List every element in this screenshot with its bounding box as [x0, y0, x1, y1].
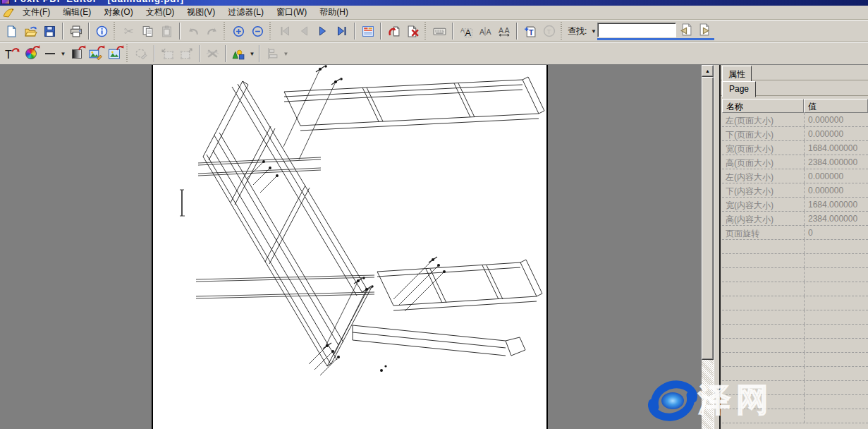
find-prev-button[interactable] — [676, 22, 695, 40]
insert-shape-button[interactable] — [229, 44, 248, 63]
copy-button[interactable] — [138, 22, 157, 40]
redo-button[interactable] — [202, 22, 221, 40]
align-icon — [267, 48, 279, 59]
insert-shape-dropdown[interactable]: ▼ — [248, 45, 256, 62]
property-value[interactable]: 0.000000 — [804, 183, 868, 197]
delete-page-button[interactable] — [403, 22, 422, 40]
column-header-name[interactable]: 名称 — [722, 99, 804, 113]
property-row[interactable]: 页面旋转0 — [722, 226, 868, 240]
scroll-up-button[interactable]: ▲ — [702, 65, 714, 77]
menu-help[interactable]: 帮助(H) — [313, 5, 355, 20]
ungroup-button[interactable] — [177, 44, 196, 63]
vertical-scrollbar[interactable]: ▲ — [702, 65, 714, 429]
keyboard-button[interactable] — [430, 22, 449, 40]
property-value[interactable]: 1684.000000 — [804, 198, 868, 211]
toolbar-gripper[interactable] — [113, 22, 116, 40]
cut-button[interactable]: ✂ — [119, 22, 138, 40]
pdf-page[interactable] — [152, 65, 548, 429]
print-button[interactable] — [66, 22, 85, 40]
toolbar-gripper[interactable] — [560, 22, 563, 40]
property-row[interactable]: 宽(页面大小)1684.000000 — [722, 141, 868, 155]
char-spacing-button[interactable]: AA — [494, 22, 513, 40]
first-page-icon — [279, 26, 291, 36]
edit-text-button[interactable]: T — [2, 44, 21, 63]
menu-file[interactable]: 文件(F) — [16, 5, 56, 20]
toolbar-gripper[interactable] — [223, 22, 226, 40]
first-page-button[interactable] — [275, 22, 294, 40]
property-row[interactable]: 左(页面大小)0.000000 — [722, 113, 868, 127]
property-value[interactable]: 1684.000000 — [804, 141, 868, 155]
main-toolbar: ✂ AA AA AA T T 查找: ▼ — [0, 20, 868, 42]
last-page-button[interactable] — [332, 22, 351, 40]
find-history-dropdown[interactable]: ▼ — [589, 23, 597, 40]
line-style-button[interactable] — [40, 44, 59, 63]
empty-row — [722, 296, 868, 310]
document-canvas[interactable] — [0, 65, 702, 429]
circled-t-icon: T — [543, 25, 556, 37]
property-name: 页面旋转 — [722, 226, 804, 239]
menu-filter[interactable]: 过滤器(L) — [221, 5, 270, 20]
property-value[interactable]: 0 — [804, 226, 868, 239]
property-row[interactable]: 高(内容大小)2384.000000 — [722, 212, 868, 226]
save-button[interactable] — [40, 22, 59, 40]
property-row[interactable]: 高(页面大小)2384.000000 — [722, 155, 868, 169]
toolbar-gripper[interactable] — [269, 22, 271, 40]
find-next-icon — [698, 23, 711, 37]
property-value[interactable]: 2384.000000 — [804, 155, 868, 169]
group-button[interactable] — [158, 44, 177, 63]
application-window: Foxit PDF Editor - [danhuang.pdf] 文件(F) … — [0, 0, 868, 429]
new-button[interactable] — [2, 22, 21, 40]
kerning-button[interactable]: AA — [475, 22, 494, 40]
panel-splitter[interactable] — [714, 65, 721, 429]
watermark-logo-icon — [646, 375, 699, 426]
menu-edit[interactable]: 编辑(E) — [56, 5, 97, 20]
property-row[interactable]: 下(内容大小)0.000000 — [722, 183, 868, 198]
delete-object-button[interactable] — [203, 44, 222, 63]
menu-object[interactable]: 对象(O) — [97, 5, 139, 20]
rotate-page-button[interactable] — [384, 22, 403, 40]
toolbar-separator — [88, 23, 90, 40]
open-button[interactable] — [21, 22, 40, 40]
text-circle-button[interactable]: T — [539, 22, 558, 40]
property-row[interactable]: 左(内容大小)0.000000 — [722, 169, 868, 183]
replace-image-button[interactable] — [105, 44, 124, 63]
property-name: 下(内容大小) — [722, 183, 804, 197]
tab-page[interactable]: Page — [722, 81, 756, 97]
menu-document[interactable]: 文档(D) — [140, 5, 181, 20]
find-input[interactable] — [597, 23, 676, 37]
last-page-icon — [336, 26, 348, 36]
fill-color-button[interactable] — [21, 44, 40, 63]
clipboard-icon — [161, 25, 173, 37]
property-value[interactable]: 0.000000 — [804, 113, 868, 126]
lasso-select-button[interactable] — [132, 44, 151, 63]
scrollbar-thumb[interactable] — [702, 77, 714, 360]
paste-button[interactable] — [157, 22, 176, 40]
page-properties-button[interactable] — [358, 22, 377, 40]
next-page-button[interactable] — [313, 22, 332, 40]
column-header-value[interactable]: 值 — [804, 99, 868, 113]
zoom-in-button[interactable] — [229, 22, 248, 40]
find-next-button[interactable] — [695, 22, 714, 40]
undo-button[interactable] — [183, 22, 202, 40]
align-button[interactable] — [263, 44, 282, 63]
property-row[interactable]: 下(页面大小)0.000000 — [722, 127, 868, 141]
zoom-out-button[interactable] — [248, 22, 267, 40]
menu-view[interactable]: 视图(V) — [181, 5, 221, 20]
toolbar-separator — [154, 45, 155, 62]
toolbar-gripper[interactable] — [126, 44, 128, 63]
property-value[interactable]: 0.000000 — [804, 127, 868, 140]
property-value[interactable]: 2384.000000 — [804, 212, 868, 225]
shading-button[interactable] — [67, 44, 86, 63]
line-style-dropdown[interactable]: ▼ — [59, 45, 67, 62]
property-value[interactable]: 0.000000 — [804, 169, 868, 183]
document-icon[interactable] — [2, 7, 15, 18]
font-button[interactable]: AA — [456, 22, 475, 40]
menu-window[interactable]: 窗口(W) — [270, 5, 313, 20]
edit-image-button[interactable] — [86, 44, 105, 63]
info-button[interactable] — [92, 22, 111, 40]
toolbar-gripper[interactable] — [424, 22, 427, 40]
add-text-button[interactable]: T — [520, 22, 539, 40]
property-row[interactable]: 宽(内容大小)1684.000000 — [722, 198, 868, 212]
prev-page-button[interactable] — [294, 22, 313, 40]
align-dropdown[interactable]: ▼ — [282, 45, 290, 62]
